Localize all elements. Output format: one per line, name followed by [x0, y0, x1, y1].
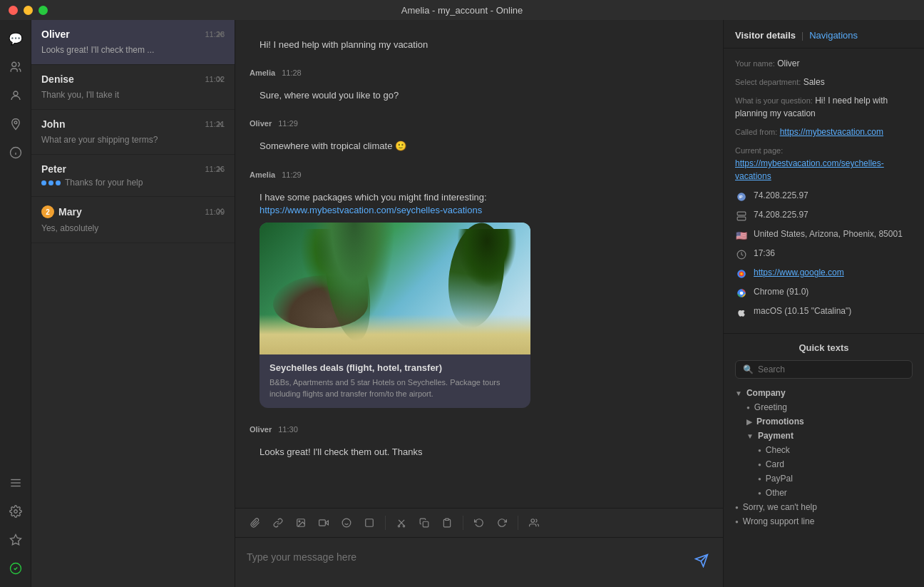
- svg-rect-25: [446, 519, 449, 520]
- tree-leaf-paypal[interactable]: ● PayPal: [758, 471, 913, 486]
- tree-leaf-other[interactable]: ● Other: [758, 486, 913, 500]
- bullet-icon: ●: [758, 461, 761, 468]
- emoji-button[interactable]: [337, 513, 356, 533]
- svg-point-9: [14, 510, 17, 514]
- unread-badge: 2: [41, 205, 54, 218]
- tree-leaf-check[interactable]: ● Check: [758, 443, 913, 457]
- referrer-link[interactable]: https://www.google.com: [754, 267, 844, 279]
- chat-item-preview: Looks great! I'll check them ...: [41, 45, 154, 55]
- rich-card: Seychelles deals (flight, hotel, transfe…: [260, 223, 530, 408]
- send-button[interactable]: [692, 551, 712, 574]
- tree-parent-company[interactable]: ▼ Company: [735, 386, 913, 400]
- bullet-icon: ●: [758, 490, 761, 496]
- tree-leaf-label: Greeting: [754, 402, 787, 412]
- minimize-button[interactable]: [24, 6, 33, 15]
- bullet-icon: ●: [746, 404, 750, 411]
- list-item[interactable]: John 11:21 What are your shipping terms?…: [31, 110, 235, 155]
- message-link[interactable]: https://www.mybestvacation.com/seychelle…: [260, 205, 482, 215]
- time-row: 17:36: [735, 247, 913, 261]
- sidebar-item-info[interactable]: [3, 140, 29, 165]
- close-button[interactable]: [9, 6, 18, 15]
- image-button[interactable]: [291, 513, 311, 533]
- sidebar-item-settings[interactable]: [3, 499, 29, 524]
- svg-rect-32: [737, 217, 746, 220]
- message-row: Looks great! I'll check them out. Thanks: [250, 439, 709, 466]
- browser-row: Chrome (91.0): [735, 286, 913, 300]
- tree-parent-payment[interactable]: ▼ Payment: [746, 429, 913, 443]
- visitor-name-label: Your name:: [735, 59, 775, 68]
- tree-leaf-greeting[interactable]: ● Greeting: [746, 400, 913, 414]
- message-sender: Oliver: [250, 425, 272, 434]
- search-input[interactable]: [758, 364, 905, 374]
- tab-visitor-details[interactable]: Visitor details: [735, 30, 796, 41]
- sidebar-item-extensions[interactable]: [3, 527, 29, 553]
- sidebar-item-status[interactable]: [3, 556, 29, 581]
- undo-button[interactable]: [469, 513, 489, 533]
- maximize-button[interactable]: [38, 6, 48, 15]
- list-item[interactable]: Oliver 11:28 Looks great! I'll check the…: [31, 20, 235, 65]
- close-chat-icon[interactable]: ✕: [216, 205, 225, 217]
- link-button[interactable]: [268, 513, 288, 533]
- chat-item-preview: Thank you, I'll take it: [41, 90, 119, 100]
- chevron-right-icon: ▶: [746, 418, 752, 426]
- close-chat-icon[interactable]: ✕: [216, 73, 225, 85]
- tree-leaf-wrong-support[interactable]: ● Wrong support line: [735, 514, 913, 529]
- ip-row: IP 74.208.225.97: [735, 190, 913, 203]
- chat-item-name: Oliver: [41, 29, 70, 40]
- visitor-name-row: Your name: Oliver: [735, 57, 913, 70]
- window-controls[interactable]: [9, 6, 48, 15]
- sidebar-item-contacts[interactable]: [3, 83, 29, 108]
- os-value: macOS (10.15 "Catalina"): [754, 305, 851, 317]
- close-chat-icon[interactable]: ✕: [216, 29, 225, 40]
- server-icon: [735, 210, 748, 223]
- quick-texts-tree: ▼ Company ● Greeting ▶ Promotions: [735, 386, 913, 529]
- tree-leaf-label: Card: [766, 459, 784, 469]
- message-sender: Oliver: [250, 119, 272, 128]
- snippet-button[interactable]: [359, 513, 379, 533]
- tree-parent-promotions[interactable]: ▶ Promotions: [746, 414, 913, 429]
- window-title: Amelia - my_account - Online: [401, 5, 523, 16]
- sidebar-item-visitors[interactable]: [3, 54, 29, 80]
- ip2-row: 74.208.225.97: [735, 209, 913, 223]
- message-input[interactable]: [247, 551, 684, 574]
- copy-button[interactable]: [414, 513, 434, 533]
- tree-leaf-label: Sorry, we can't help: [743, 502, 817, 512]
- chat-toolbar: [235, 508, 723, 537]
- list-item[interactable]: Denise 11:02 Thank you, I'll take it ✕: [31, 65, 235, 110]
- os-icon: [735, 306, 748, 319]
- sidebar-item-chat[interactable]: 💬: [3, 26, 29, 51]
- visitor-called-link[interactable]: https://mybestvacation.com: [780, 127, 883, 137]
- list-item[interactable]: 2 Mary 11:09 Yes, absolutely ✕: [31, 197, 235, 243]
- os-row: macOS (10.15 "Catalina"): [735, 305, 913, 319]
- tree-leaf-label: PayPal: [766, 474, 793, 484]
- svg-text:IP: IP: [739, 195, 743, 199]
- visitor-page-link[interactable]: https://mybestvacation.com/seychelles-va…: [735, 158, 884, 181]
- message-group: Hi! I need help with planning my vacatio…: [250, 31, 709, 58]
- list-item[interactable]: Peter 11:26 Thanks for your help ✕: [31, 155, 235, 197]
- paste-button[interactable]: [437, 513, 457, 533]
- sidebar-item-location[interactable]: [3, 111, 29, 137]
- message-sender: Amelia: [250, 68, 275, 77]
- tree-leaf-card[interactable]: ● Card: [758, 457, 913, 471]
- attach-button[interactable]: [245, 513, 265, 533]
- message-row: Sure, where would you like to go?: [250, 82, 709, 109]
- tab-navigations[interactable]: Navigations: [809, 30, 858, 41]
- close-chat-icon[interactable]: ✕: [216, 118, 225, 130]
- clock-icon: [735, 248, 748, 261]
- browser-icon: [735, 287, 748, 300]
- bullet-icon: ●: [758, 476, 761, 482]
- svg-point-26: [531, 519, 535, 523]
- svg-rect-15: [319, 520, 326, 526]
- close-chat-icon[interactable]: ✕: [216, 163, 225, 175]
- visitor-question-label: What is your question:: [735, 96, 813, 105]
- message-group: Oliver 11:29 Somewhere with tropical cli…: [250, 119, 709, 160]
- tree-leaf-sorry[interactable]: ● Sorry, we can't help: [735, 500, 913, 514]
- cut-button[interactable]: [391, 513, 411, 533]
- toolbar-separator: [518, 516, 518, 530]
- agent-transfer-button[interactable]: [524, 513, 544, 533]
- svg-rect-31: [737, 212, 746, 215]
- gif-button[interactable]: [314, 513, 334, 533]
- message-meta: Oliver 11:30: [250, 425, 709, 434]
- redo-button[interactable]: [492, 513, 512, 533]
- sidebar-item-menu[interactable]: [3, 470, 29, 496]
